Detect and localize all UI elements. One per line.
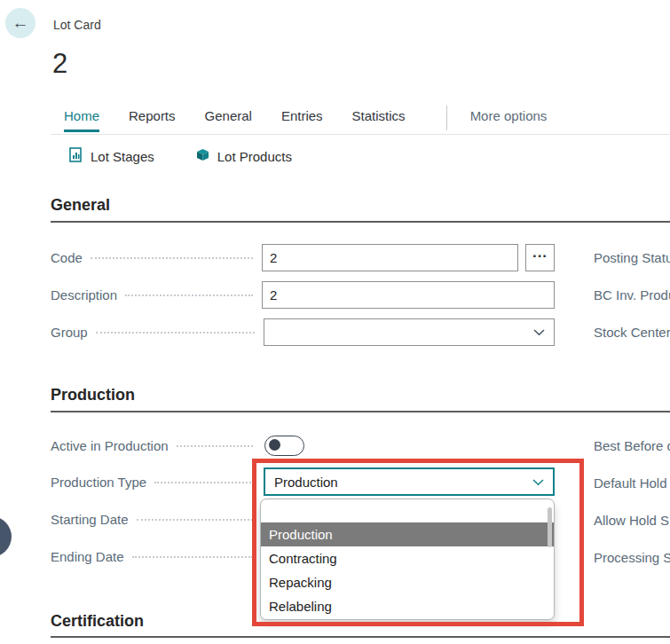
dotted-leader — [137, 519, 253, 521]
general-section-rule — [51, 221, 670, 223]
lot-products-button[interactable]: Lot Products — [195, 147, 292, 165]
group-field-label: Group — [51, 325, 88, 340]
production-type-label: Production Type — [51, 475, 146, 490]
stock-center-label: Stock Center — [594, 325, 670, 340]
description-field-row: Description — [51, 280, 555, 309]
chevron-down-icon — [532, 474, 544, 490]
ending-date-row: Ending Date — [51, 542, 262, 570]
edge-floating-button[interactable] — [0, 516, 12, 557]
lot-stages-label: Lot Stages — [91, 149, 154, 164]
action-bar: Lot Stages Lot Products — [68, 147, 292, 165]
lot-stages-icon — [68, 147, 83, 165]
assist-edit-button[interactable]: ... — [525, 244, 555, 271]
toggle-knob — [269, 439, 280, 451]
default-hold-label: Default Hold — [594, 475, 667, 491]
tab-home[interactable]: Home — [64, 108, 99, 132]
tab-bar-rule — [51, 134, 670, 135]
general-section-title: General — [51, 196, 110, 215]
best-before-label: Best Before d — [594, 438, 670, 453]
group-field-row: Group — [51, 318, 555, 346]
starting-date-label: Starting Date — [51, 512, 129, 527]
tab-bar: Home Reports General Entries Statistics … — [64, 108, 547, 132]
lot-stages-button[interactable]: Lot Stages — [68, 147, 154, 165]
chevron-down-icon — [533, 324, 545, 340]
code-input[interactable] — [262, 244, 518, 271]
dropdown-option-production[interactable]: Production — [261, 522, 554, 546]
tab-general[interactable]: General — [205, 108, 252, 130]
active-in-production-label: Active in Production — [51, 438, 169, 453]
dotted-leader — [96, 332, 255, 334]
dropdown-option-repacking[interactable]: Repacking — [261, 570, 554, 594]
active-in-production-toggle[interactable] — [264, 436, 304, 456]
active-in-production-row: Active in Production — [51, 431, 555, 459]
certification-section-rule — [51, 636, 670, 638]
page-caption: Lot Card — [53, 18, 101, 32]
more-options-button[interactable]: More options — [470, 108, 548, 123]
production-type-select[interactable]: Production — [264, 467, 555, 496]
starting-date-row: Starting Date — [51, 505, 262, 533]
back-button[interactable]: ← — [5, 8, 35, 38]
dotted-leader — [132, 556, 253, 558]
dotted-leader — [154, 482, 255, 483]
ellipsis-icon: ... — [532, 244, 548, 262]
processing-status-label: Processing S — [594, 550, 670, 565]
allow-hold-label: Allow Hold S — [594, 513, 669, 528]
description-input[interactable] — [262, 281, 555, 309]
bc-inv-product-label: BC Inv. Produ — [594, 287, 670, 302]
dropdown-scrollbar[interactable] — [548, 507, 552, 547]
production-section-rule — [51, 411, 670, 412]
dotted-leader — [91, 257, 253, 259]
description-field-label: Description — [51, 287, 117, 302]
tab-reports[interactable]: Reports — [129, 108, 176, 130]
lot-card-page: ← Lot Card 2 Home Reports General Entrie… — [0, 0, 670, 644]
back-arrow-icon: ← — [12, 14, 29, 31]
tab-statistics[interactable]: Statistics — [352, 108, 406, 130]
production-type-row: Production Type Production — [51, 467, 555, 496]
production-type-dropdown: Production Contracting Repacking Relabel… — [260, 499, 555, 620]
code-field-row: Code ... — [51, 243, 555, 271]
certification-section-title: Certification — [51, 612, 144, 631]
code-field-label: Code — [51, 250, 83, 265]
dropdown-option-blank[interactable] — [261, 499, 554, 522]
tab-bar-divider — [446, 106, 447, 130]
page-title: 2 — [52, 48, 67, 80]
dropdown-option-contracting[interactable]: Contracting — [261, 546, 554, 570]
ending-date-label: Ending Date — [51, 549, 124, 564]
group-select[interactable] — [264, 318, 555, 346]
dotted-leader — [125, 295, 253, 296]
tab-entries[interactable]: Entries — [281, 108, 323, 130]
dropdown-option-relabeling[interactable]: Relabeling — [261, 594, 554, 618]
lot-products-icon — [195, 147, 210, 165]
production-section-title: Production — [51, 386, 135, 404]
lot-products-label: Lot Products — [217, 149, 292, 164]
dotted-leader — [177, 445, 253, 447]
posting-status-label: Posting Statu — [594, 250, 670, 265]
